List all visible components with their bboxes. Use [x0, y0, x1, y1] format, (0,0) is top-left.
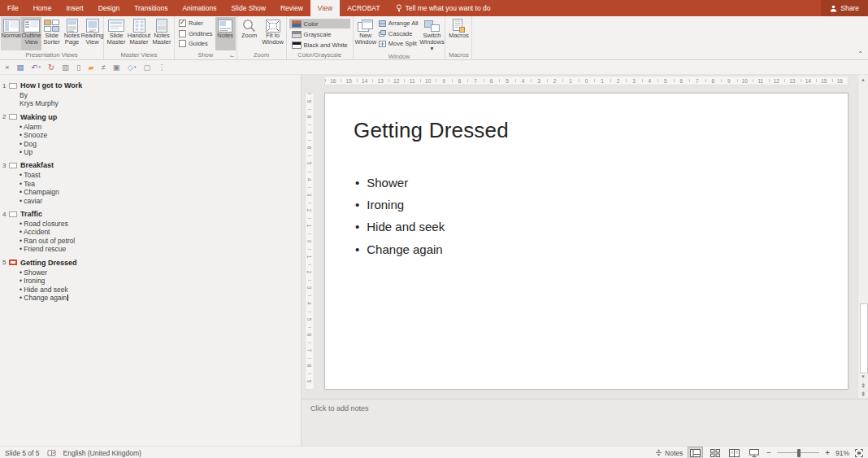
- outline-bullet-line[interactable]: caviar: [20, 197, 301, 205]
- slide-sorter-button[interactable]: Slide Sorter: [41, 17, 62, 50]
- menu-tab-animations[interactable]: Animations: [175, 0, 224, 16]
- notes-placeholder[interactable]: Click to add notes: [310, 404, 369, 412]
- guides-checkbox[interactable]: Guides: [179, 40, 213, 47]
- move-split-button[interactable]: Move Split: [379, 39, 419, 48]
- outline-bullet-line[interactable]: Snooze: [20, 131, 301, 139]
- tell-me-box[interactable]: Tell me what you want to do: [388, 0, 499, 16]
- zoom-button[interactable]: Zoom: [238, 17, 261, 50]
- grayscale-option[interactable]: Grayscale: [289, 29, 350, 39]
- slide-bullet-item[interactable]: Ironing: [355, 194, 445, 216]
- menu-tab-file[interactable]: File: [0, 0, 26, 16]
- outline-bullet-line[interactable]: By: [20, 91, 301, 99]
- new-window-button[interactable]: New Window: [354, 17, 377, 52]
- horizontal-ruler[interactable]: 1615141312111098765432101234567891011121…: [324, 76, 848, 85]
- guides-checkbox-box[interactable]: [179, 40, 186, 47]
- new-file-icon[interactable]: ▯: [76, 63, 80, 72]
- macros-button[interactable]: Macros: [446, 17, 471, 50]
- undo-icon[interactable]: ↶▾: [32, 63, 41, 72]
- ruler-checkbox-box[interactable]: [179, 20, 186, 27]
- normal-view-status-button[interactable]: [688, 447, 702, 458]
- outline-bullet-line[interactable]: Friend rescue: [20, 245, 301, 253]
- close-icon[interactable]: ×: [5, 63, 10, 72]
- outline-bullet-line[interactable]: Road closures: [20, 220, 301, 228]
- outline-slide-4[interactable]: 4TrafficRoad closuresAccidentRan out of …: [2, 209, 301, 254]
- notes-pane[interactable]: Click to add notes: [302, 399, 868, 446]
- reading-view-button[interactable]: Reading View: [82, 17, 102, 50]
- handout-master-button[interactable]: Handout Master: [128, 17, 150, 50]
- outline-slide-title[interactable]: Getting Dressed: [20, 259, 77, 267]
- more-icon[interactable]: ⋮: [158, 63, 167, 72]
- outline-bullet-line[interactable]: Hide and seek: [20, 286, 301, 294]
- outline-bullet-line[interactable]: Ironing: [20, 277, 301, 285]
- window-icon[interactable]: ▢: [144, 63, 151, 72]
- outline-slide-head-5[interactable]: 5Getting Dressed: [2, 258, 301, 268]
- outline-bullet-line[interactable]: Krys Murphy: [20, 99, 301, 107]
- slide-bullet-item[interactable]: Shower: [355, 172, 445, 194]
- ruler-checkbox[interactable]: Ruler: [179, 20, 213, 27]
- slide-thumbnail-icon[interactable]: [9, 114, 17, 120]
- open-folder-icon[interactable]: ▰: [88, 63, 93, 72]
- menu-tab-view[interactable]: View: [310, 0, 340, 16]
- collapse-ribbon-icon[interactable]: ⌃: [857, 50, 863, 58]
- next-slide-icon[interactable]: ⇟: [858, 390, 868, 398]
- menu-tab-acrobat[interactable]: ACROBAT: [340, 0, 387, 16]
- notes-master-button[interactable]: Notes Master: [150, 17, 173, 50]
- shapes-icon-dropdown[interactable]: ▾: [134, 65, 137, 69]
- outline-bullet-line[interactable]: Up: [20, 148, 301, 156]
- show-dialog-launcher-icon[interactable]: ⌙: [230, 53, 235, 59]
- outline-slide-1[interactable]: 1How I got to WorkByKrys Murphy: [2, 81, 301, 108]
- gridlines-checkbox-box[interactable]: [179, 30, 186, 37]
- fit-to-window-button[interactable]: Fit to Window: [261, 17, 285, 50]
- slide-thumbnail-icon[interactable]: [9, 83, 17, 89]
- scroll-down-icon[interactable]: ▼: [858, 373, 868, 381]
- outline-view-button[interactable]: Outline View: [21, 17, 41, 50]
- reading-view-status-button[interactable]: [727, 447, 741, 458]
- camera-icon[interactable]: ▣: [113, 63, 120, 72]
- slide-thumbnail-icon[interactable]: [9, 212, 17, 217]
- start-slideshow-icon[interactable]: ▥: [62, 63, 69, 72]
- slide-show-status-button[interactable]: [747, 447, 761, 458]
- menu-tab-home[interactable]: Home: [26, 0, 59, 16]
- notes-button[interactable]: Notes: [215, 17, 236, 50]
- slide-editor[interactable]: Getting Dressed ShowerIroningHide and se…: [324, 93, 848, 390]
- previous-slide-icon[interactable]: ⇞: [858, 382, 868, 390]
- shapes-icon[interactable]: ◇▾: [128, 63, 137, 72]
- undo-icon-dropdown[interactable]: ▾: [39, 65, 41, 69]
- zoom-slider-thumb[interactable]: [797, 449, 801, 457]
- color-option[interactable]: Color: [289, 19, 350, 28]
- save-icon[interactable]: ▤: [17, 63, 24, 72]
- outline-slide-title[interactable]: How I got to Work: [20, 81, 82, 89]
- share-button[interactable]: Share: [821, 0, 868, 16]
- slide-title[interactable]: Getting Dressed: [354, 118, 509, 143]
- language-status[interactable]: English (United Kingdom): [63, 449, 141, 457]
- normal-view-button[interactable]: Normal: [1, 17, 21, 50]
- outline-bullet-line[interactable]: Champaign: [20, 188, 301, 196]
- fit-slide-to-window-icon[interactable]: [855, 449, 863, 457]
- zoom-slider[interactable]: [777, 449, 819, 457]
- zoom-in-button[interactable]: +: [825, 449, 830, 457]
- outline-slide-head-3[interactable]: 3Breakfast: [2, 160, 301, 170]
- outline-bullet-line[interactable]: Toast: [20, 171, 301, 179]
- gridlines-checkbox[interactable]: Gridlines: [179, 30, 213, 37]
- arrange-all-button[interactable]: Arrange All: [379, 19, 419, 28]
- menu-tab-review[interactable]: Review: [273, 0, 310, 16]
- switch-windows-button[interactable]: Switch Windows ▾: [419, 17, 444, 52]
- zoom-out-button[interactable]: −: [766, 449, 771, 457]
- scroll-up-icon[interactable]: ▲: [858, 76, 868, 84]
- menu-tab-slide-show[interactable]: Slide Show: [224, 0, 273, 16]
- outline-slide-title[interactable]: Traffic: [20, 210, 42, 218]
- outline-bullet-line[interactable]: Alarm: [20, 123, 301, 131]
- outline-slide-head-2[interactable]: 2Waking up: [2, 112, 301, 122]
- outline-slide-2[interactable]: 2Waking upAlarmSnoozeDogUp: [2, 112, 301, 157]
- vertical-scrollbar[interactable]: ▲ ▼ ⇞ ⇟: [857, 75, 868, 399]
- outline-bullet-line[interactable]: Tea: [20, 180, 301, 188]
- cascade-button[interactable]: Cascade: [379, 29, 419, 38]
- outline-slide-5[interactable]: 5Getting DressedShowerIroningHide and se…: [2, 258, 301, 303]
- outline-bullet-line[interactable]: Dog: [20, 140, 301, 148]
- black-and-white-option[interactable]: Black and White: [289, 40, 350, 50]
- outline-bullet-line[interactable]: Ran out of petrol: [20, 237, 301, 245]
- slide-master-button[interactable]: Slide Master: [105, 17, 128, 50]
- menu-tab-design[interactable]: Design: [91, 0, 127, 16]
- notes-page-button[interactable]: Notes Page: [62, 17, 82, 50]
- outline-slide-title[interactable]: Breakfast: [20, 161, 54, 169]
